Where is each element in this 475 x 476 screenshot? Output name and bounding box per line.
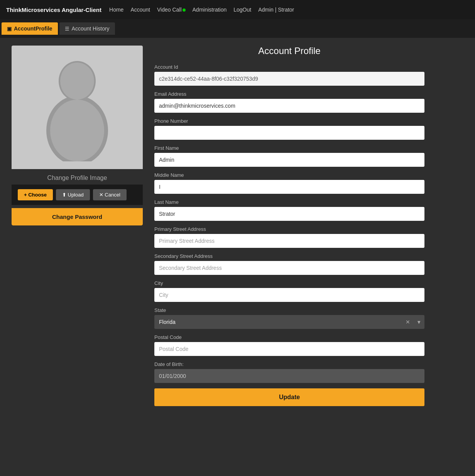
nav-account[interactable]: Account	[130, 7, 150, 13]
input-postal-code[interactable]	[154, 342, 424, 356]
tab-account-history[interactable]: ☰ Account History	[59, 22, 115, 35]
tab-account-profile-label: AccountProfile	[14, 25, 52, 32]
section-title: Account Profile	[154, 46, 424, 56]
nav-user: Admin | Strator	[258, 7, 294, 13]
profile-image-container	[12, 46, 143, 169]
input-account-id	[154, 72, 424, 86]
label-lastname: Last Name	[154, 199, 424, 205]
form-group-firstname: First Name	[154, 145, 424, 167]
state-select-wrapper: AlabamaAlaskaArizonaArkansasCaliforniaCo…	[154, 315, 424, 329]
label-phone: Phone Number	[154, 118, 424, 124]
right-panel: Account Profile Account Id Email Address…	[154, 46, 424, 406]
input-phone[interactable]	[154, 126, 424, 140]
brand: ThinkMicroservices Angular-Client	[6, 7, 101, 13]
account-history-icon: ☰	[65, 26, 69, 32]
form-group-dob: Date of Birth:	[154, 361, 424, 383]
input-primary-street[interactable]	[154, 234, 424, 248]
label-secondary-street: Secondary Street Address	[154, 253, 424, 259]
input-firstname[interactable]	[154, 153, 424, 167]
input-lastname[interactable]	[154, 207, 424, 221]
label-account-id: Account Id	[154, 64, 424, 70]
input-email[interactable]	[154, 99, 424, 113]
form-group-state: State AlabamaAlaskaArizonaArkansasCalifo…	[154, 307, 424, 329]
tab-bar: ▣ AccountProfile ☰ Account History	[0, 19, 475, 38]
navbar: ThinkMicroservices Angular-Client Home A…	[0, 0, 475, 19]
form-group-email: Email Address	[154, 91, 424, 113]
online-dot	[183, 8, 186, 12]
label-city: City	[154, 280, 424, 286]
nav-videocall[interactable]: Video Call	[157, 7, 186, 13]
svg-point-3	[60, 63, 94, 100]
input-dob	[154, 369, 424, 383]
form-group-lastname: Last Name	[154, 199, 424, 221]
label-firstname: First Name	[154, 145, 424, 151]
state-arrow-icon[interactable]: ▼	[413, 319, 424, 325]
label-middlename: Middle Name	[154, 172, 424, 178]
svg-point-2	[50, 100, 104, 161]
input-state[interactable]: AlabamaAlaskaArizonaArkansasCaliforniaCo…	[154, 315, 402, 329]
form-group-city: City	[154, 280, 424, 302]
tab-account-profile[interactable]: ▣ AccountProfile	[2, 22, 58, 35]
form-group-middlename: Middle Name	[154, 172, 424, 194]
form-group-secondary-street: Secondary Street Address	[154, 253, 424, 275]
file-buttons: + Choose ⬆ Upload ✕ Cancel	[12, 185, 143, 205]
nav-logout[interactable]: LogOut	[233, 7, 251, 13]
main-content: Change Profile Image + Choose ⬆ Upload ✕…	[0, 38, 475, 414]
avatar-silhouette	[39, 53, 116, 161]
label-primary-street: Primary Street Address	[154, 226, 424, 232]
input-middlename[interactable]	[154, 180, 424, 194]
change-password-button[interactable]: Change Password	[12, 208, 143, 225]
account-profile-icon: ▣	[7, 26, 12, 32]
label-state: State	[154, 307, 424, 313]
choose-button[interactable]: + Choose	[18, 189, 53, 200]
form-group-primary-street: Primary Street Address	[154, 226, 424, 248]
form-group-postal-code: Postal Code	[154, 334, 424, 356]
nav-home[interactable]: Home	[109, 7, 123, 13]
upload-button[interactable]: ⬆ Upload	[56, 189, 90, 200]
cancel-button[interactable]: ✕ Cancel	[93, 189, 127, 200]
update-button[interactable]: Update	[154, 388, 424, 406]
label-email: Email Address	[154, 91, 424, 97]
input-secondary-street[interactable]	[154, 261, 424, 275]
state-clear-icon[interactable]: ✕	[402, 319, 413, 325]
tab-account-history-label: Account History	[72, 25, 110, 32]
change-image-text: Change Profile Image	[12, 169, 143, 185]
nav-links: Home Account Video Call Administration L…	[109, 7, 294, 13]
left-panel: Change Profile Image + Choose ⬆ Upload ✕…	[12, 46, 143, 225]
nav-administration[interactable]: Administration	[193, 7, 227, 13]
label-postal-code: Postal Code	[154, 334, 424, 340]
label-dob: Date of Birth:	[154, 361, 424, 367]
form-group-phone: Phone Number	[154, 118, 424, 140]
input-city[interactable]	[154, 288, 424, 302]
form-group-account-id: Account Id	[154, 64, 424, 86]
